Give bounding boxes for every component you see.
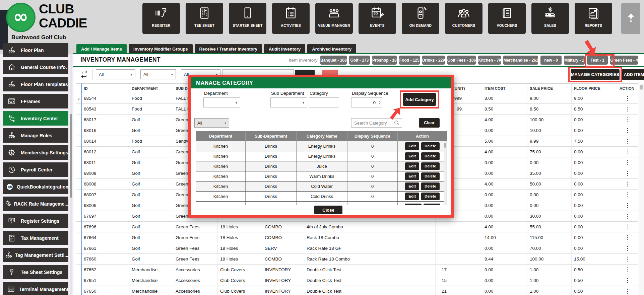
edit-button[interactable]: Edit [405, 182, 419, 190]
close-button[interactable]: Close [314, 206, 342, 214]
kebab-menu-icon[interactable]: ⋮ [625, 192, 630, 198]
sidebar-item[interactable]: General Course Info. [3, 60, 68, 74]
row-expander[interactable] [76, 243, 81, 253]
sidebar-item[interactable]: Floor Plan Templates [3, 77, 68, 91]
modal-category-input[interactable] [309, 97, 339, 107]
sub-department-filter-select[interactable]: All ▾ [140, 69, 176, 79]
row-expander[interactable] [76, 179, 81, 189]
edit-button[interactable]: Edit [405, 142, 419, 150]
modal-filter-select[interactable]: All ▾ [194, 118, 229, 128]
toolbar-button[interactable]: TEE SHEET [186, 3, 223, 34]
kebab-menu-icon[interactable]: ⋮ [625, 203, 630, 208]
row-expander[interactable] [76, 157, 81, 168]
edit-button[interactable]: Edit [405, 172, 419, 180]
row-expander[interactable] [76, 168, 81, 178]
spinner-down-icon[interactable]: ▼ [379, 103, 381, 105]
kebab-menu-icon[interactable]: ⋮ [625, 224, 630, 230]
scroll-top-button[interactable] [621, 3, 640, 34]
edit-button[interactable]: Edit [405, 162, 419, 170]
delete-button[interactable]: Delete [421, 152, 440, 160]
toolbar-button[interactable]: REPORTS [575, 3, 612, 34]
toolbar-button[interactable]: VENUE MANAGER [315, 3, 353, 34]
sidebar-item[interactable]: I-Frames [3, 94, 68, 108]
category-pill[interactable]: Food - 125 [399, 56, 420, 65]
kebab-menu-icon[interactable]: ⋮ [625, 181, 630, 187]
tab[interactable]: Receive / Transfer Inventory [195, 44, 262, 54]
sidebar-item[interactable]: $ RACK Rate Manageme... [3, 197, 68, 211]
delete-button[interactable]: Delete [421, 142, 440, 150]
kebab-menu-icon[interactable]: ⋮ [625, 288, 630, 294]
sidebar-item[interactable]: Tee Sheet Settings [3, 265, 68, 279]
toolbar-button[interactable]: STARTER SHEET [229, 3, 266, 34]
sidebar-scrollbar-thumb[interactable] [70, 114, 72, 198]
tab[interactable]: Archived Inventory [307, 44, 356, 54]
spinner-up-icon[interactable]: ▲ [379, 100, 381, 102]
kebab-menu-icon[interactable]: ⋮ [625, 117, 630, 123]
category-pill[interactable]: Kitchen - 79 [478, 56, 501, 65]
toolbar-button[interactable]: EVENTS [359, 3, 396, 34]
category-pill[interactable]: Military - 1 [564, 56, 585, 65]
toolbar-button[interactable]: ACTIVITIES [272, 3, 310, 34]
sidebar-item[interactable]: Inventory Center [3, 111, 68, 126]
category-row[interactable]: Kitchen Drinks Cold Water 0 Edit Delete [196, 181, 447, 192]
delete-button[interactable]: Delete [421, 193, 440, 200]
sidebar-item[interactable]: Tag Management Setti... [3, 248, 68, 262]
row-expander[interactable]: › [76, 93, 81, 103]
category-row[interactable]: Kitchen Drinks Energy Drinks 0 Edit Dele… [196, 141, 447, 151]
delete-button[interactable]: Delete [421, 172, 440, 180]
kebab-menu-icon[interactable]: ⋮ [625, 235, 630, 240]
delete-button[interactable]: Delete [421, 182, 440, 190]
kebab-menu-icon[interactable]: ⋮ [625, 256, 630, 262]
kebab-menu-icon[interactable]: ⋮ [625, 128, 630, 133]
row-expander[interactable] [76, 115, 81, 125]
row-expander[interactable] [76, 265, 81, 275]
kebab-menu-icon[interactable]: ⋮ [625, 160, 630, 165]
add-category-button[interactable]: Add Category [403, 93, 436, 106]
row-expander[interactable] [76, 254, 81, 264]
toolbar-button[interactable]: ON DEMAND [402, 3, 439, 34]
tab[interactable]: Audit Inventory [264, 44, 305, 54]
row-expander[interactable] [76, 104, 81, 114]
kebab-menu-icon[interactable]: ⋮ [625, 278, 630, 283]
category-pill[interactable]: Test - 1 [587, 56, 608, 65]
edit-button[interactable]: Edit [405, 152, 419, 160]
row-expander[interactable] [76, 190, 81, 200]
kebab-menu-icon[interactable]: ⋮ [625, 149, 630, 155]
sidebar-item[interactable]: TAX Tax Management [3, 231, 68, 245]
tab[interactable]: Inventory Modifier Groups [129, 44, 193, 54]
row-expander[interactable] [76, 222, 81, 232]
delete-button[interactable]: Delete [421, 162, 440, 170]
clear-search-button[interactable]: Clear [419, 118, 440, 128]
table-row[interactable]: 67696 Golf Green Fees 18 Holes COMBO 4th… [76, 222, 638, 232]
kebab-menu-icon[interactable]: ⋮ [625, 170, 630, 176]
category-pill[interactable]: Golf - 173 [349, 56, 370, 65]
toolbar-button[interactable]: CUSTOMERS [445, 3, 482, 34]
kebab-menu-icon[interactable]: ⋮ [625, 245, 630, 251]
search-icon[interactable] [393, 120, 400, 126]
table-row[interactable]: 67650 Merchandise Accessories Club Cover… [76, 286, 638, 295]
row-expander[interactable] [76, 136, 81, 146]
category-pill[interactable]: Merchandise - 261 [503, 56, 538, 65]
sidebar-item[interactable]: Terminal Management [3, 282, 68, 295]
sidebar-item[interactable]: Manage Roles [3, 128, 68, 143]
kebab-menu-icon[interactable]: ⋮ [625, 138, 630, 144]
tab[interactable]: Add / Manage Items [76, 44, 127, 54]
category-pill[interactable]: Green Fees - 4 [610, 56, 638, 65]
kebab-menu-icon[interactable]: ⋮ [625, 213, 630, 219]
sidebar-item[interactable]: Register Settings [3, 214, 68, 228]
kebab-menu-icon[interactable]: ⋮ [625, 106, 630, 112]
category-pill[interactable]: Drinks - 229 [422, 56, 445, 65]
table-row[interactable]: 67664 Golf Green Fees 18 Holes COMBO Rac… [76, 232, 638, 243]
toolbar-button[interactable]: REGISTER [142, 3, 180, 34]
toolbar-button[interactable]: SALES [531, 3, 569, 34]
category-pill[interactable]: Proshop - 18 [372, 56, 397, 65]
category-row[interactable]: Kitchen Drinks Juice 0 Edit Delete [196, 161, 447, 171]
sidebar-item[interactable]: Payroll Center [3, 162, 68, 177]
category-row[interactable]: Kitchen Drinks Cold Drinks 0 Edit Delete [196, 192, 447, 202]
row-expander[interactable] [76, 147, 81, 157]
sidebar-item[interactable]: qb QuickBooksIntegration [3, 179, 68, 194]
edit-button[interactable]: Edit [405, 193, 419, 200]
kebab-menu-icon[interactable]: ⋮ [625, 267, 630, 273]
quantity-stepper[interactable]: ▲ ▼ [377, 98, 382, 107]
modal-sub-department-select[interactable]: ▾ [270, 97, 307, 107]
